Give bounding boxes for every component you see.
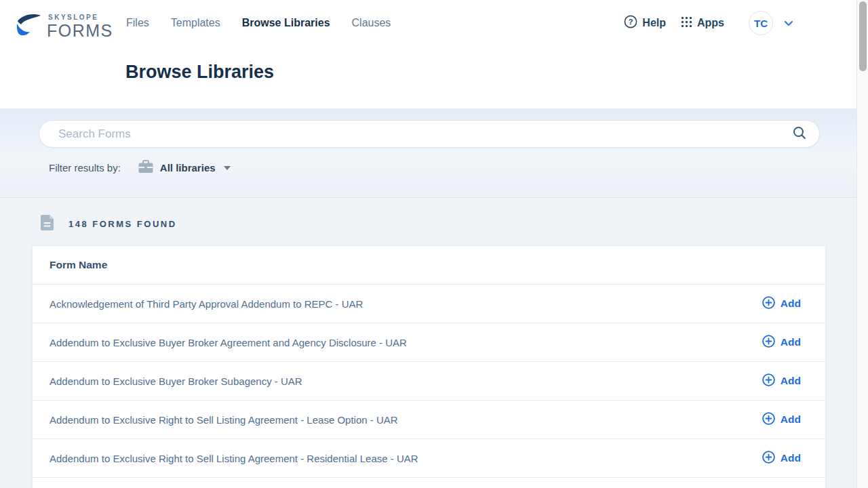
forms-found-count: 148 FORMS FOUND <box>68 219 177 229</box>
chevron-down-icon[interactable] <box>784 20 793 26</box>
user-menu: TC <box>749 11 793 35</box>
page-title: Browse Libraries <box>125 62 274 83</box>
header-actions: ? Help Apps TC <box>624 9 793 37</box>
add-label: Add <box>781 298 801 310</box>
apps-grid-icon <box>681 16 692 30</box>
table-row: Addendum to Exclusive Right to Sell List… <box>33 439 825 478</box>
form-name: Addendum to Exclusive Right to Sell List… <box>50 414 398 426</box>
scrollbar-thumb[interactable] <box>859 1 867 71</box>
page-scrollbar[interactable] <box>856 0 868 488</box>
help-button[interactable]: ? Help <box>624 15 666 31</box>
plus-circle-icon <box>762 335 775 350</box>
form-name: Acknowledgement of Third Party Approval … <box>50 298 363 310</box>
search-button[interactable] <box>792 125 807 142</box>
table-header-row: Form Name <box>33 246 825 285</box>
table-row: Addendum to Exclusive Buyer Broker Subag… <box>33 362 825 401</box>
plus-circle-icon <box>762 451 775 466</box>
forms-table: Form Name Acknowledgement of Third Party… <box>33 246 825 488</box>
apps-label: Apps <box>697 17 724 29</box>
document-icon <box>41 215 54 233</box>
table-row: Acknowledgement of Third Party Approval … <box>33 285 825 323</box>
form-list: Acknowledgement of Third Party Approval … <box>33 285 825 478</box>
main-nav: Files Templates Browse Libraries Clauses <box>126 17 391 29</box>
search-bar <box>39 120 820 148</box>
add-button[interactable]: Add <box>762 296 801 312</box>
form-name: Addendum to Exclusive Right to Sell List… <box>50 453 418 464</box>
apps-button[interactable]: Apps <box>681 16 724 30</box>
skyslope-swoosh-icon <box>15 12 42 41</box>
brand-line1: SKYSLOPE <box>48 14 113 21</box>
form-name: Addendum to Exclusive Buyer Broker Agree… <box>50 337 407 348</box>
nav-files[interactable]: Files <box>126 17 149 29</box>
library-selected-value: All libraries <box>160 162 216 174</box>
add-button[interactable]: Add <box>762 335 801 350</box>
brand-line2: FORMS <box>47 22 113 39</box>
help-label: Help <box>642 17 666 29</box>
help-icon: ? <box>624 15 637 31</box>
form-name: Addendum to Exclusive Buyer Broker Subag… <box>50 375 302 387</box>
filter-row: Filter results by: All libraries <box>49 160 231 176</box>
add-button[interactable]: Add <box>762 373 801 389</box>
add-label: Add <box>781 336 801 348</box>
plus-circle-icon <box>762 373 775 389</box>
filter-label: Filter results by: <box>49 162 121 174</box>
plus-circle-icon <box>762 296 775 312</box>
svg-text:?: ? <box>629 18 633 26</box>
search-input[interactable] <box>58 127 792 141</box>
nav-templates[interactable]: Templates <box>171 17 220 29</box>
results-section: 148 FORMS FOUND Form Name Acknowledgemen… <box>0 199 868 488</box>
table-row: Addendum to Exclusive Right to Sell List… <box>33 401 825 439</box>
forms-found-row: 148 FORMS FOUND <box>41 215 177 233</box>
plus-circle-icon <box>762 412 775 428</box>
caret-down-icon <box>224 166 231 170</box>
avatar[interactable]: TC <box>749 11 773 35</box>
search-section: Filter results by: All libraries <box>0 108 868 198</box>
add-label: Add <box>781 413 801 426</box>
skyslope-forms-logo[interactable]: SKYSLOPE FORMS <box>15 12 113 41</box>
form-name-column-header: Form Name <box>50 259 107 271</box>
top-bar: SKYSLOPE FORMS Files Templates Browse Li… <box>0 0 868 108</box>
table-row: Addendum to Exclusive Buyer Broker Agree… <box>33 323 825 362</box>
add-button[interactable]: Add <box>762 451 801 466</box>
briefcase-icon <box>138 160 153 176</box>
add-label: Add <box>781 375 801 387</box>
library-filter-dropdown[interactable]: All libraries <box>138 160 231 176</box>
add-button[interactable]: Add <box>762 412 801 428</box>
search-icon <box>792 125 807 142</box>
nav-browse-libraries[interactable]: Browse Libraries <box>242 17 330 29</box>
nav-clauses[interactable]: Clauses <box>352 17 391 29</box>
add-label: Add <box>781 452 801 464</box>
